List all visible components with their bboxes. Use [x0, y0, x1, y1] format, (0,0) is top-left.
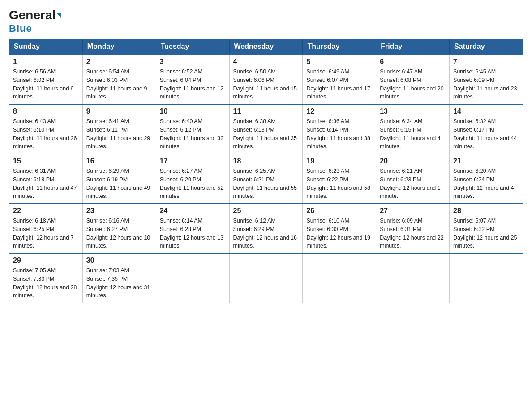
- day-info: Sunrise: 6:40 AMSunset: 6:12 PMDaylight:…: [160, 118, 223, 150]
- day-info: Sunrise: 6:10 AMSunset: 6:30 PMDaylight:…: [306, 218, 370, 249]
- day-info: Sunrise: 6:20 AMSunset: 6:24 PMDaylight:…: [453, 168, 514, 199]
- calendar-cell: 22 Sunrise: 6:18 AMSunset: 6:25 PMDaylig…: [9, 204, 83, 253]
- day-number: 28: [453, 207, 519, 215]
- calendar-cell: 16 Sunrise: 6:29 AMSunset: 6:19 PMDaylig…: [82, 154, 156, 204]
- day-info: Sunrise: 6:49 AMSunset: 6:07 PMDaylight:…: [306, 68, 370, 100]
- day-info: Sunrise: 6:38 AMSunset: 6:13 PMDaylight:…: [233, 118, 297, 150]
- day-info: Sunrise: 6:31 AMSunset: 6:18 PMDaylight:…: [13, 168, 77, 199]
- day-header-thursday: Thursday: [303, 39, 376, 55]
- calendar-cell: 25 Sunrise: 6:12 AMSunset: 6:29 PMDaylig…: [229, 204, 303, 253]
- logo-text: GeneralBlue: [9, 9, 61, 34]
- calendar-cell: 27 Sunrise: 6:09 AMSunset: 6:31 PMDaylig…: [376, 204, 450, 253]
- day-number: 16: [86, 157, 152, 165]
- day-number: 6: [380, 58, 446, 66]
- day-number: 19: [306, 157, 372, 165]
- calendar-cell: 23 Sunrise: 6:16 AMSunset: 6:27 PMDaylig…: [82, 204, 156, 253]
- day-number: 9: [86, 107, 152, 116]
- day-info: Sunrise: 6:29 AMSunset: 6:19 PMDaylight:…: [86, 168, 150, 199]
- day-info: Sunrise: 6:12 AMSunset: 6:29 PMDaylight:…: [233, 218, 297, 249]
- day-info: Sunrise: 6:43 AMSunset: 6:10 PMDaylight:…: [13, 118, 77, 150]
- day-info: Sunrise: 6:27 AMSunset: 6:20 PMDaylight:…: [160, 168, 223, 199]
- day-number: 7: [453, 58, 519, 66]
- calendar-cell: 9 Sunrise: 6:41 AMSunset: 6:11 PMDayligh…: [82, 104, 156, 154]
- day-number: 30: [86, 257, 152, 265]
- day-info: Sunrise: 6:32 AMSunset: 6:17 PMDaylight:…: [453, 118, 517, 150]
- day-number: 8: [13, 107, 79, 116]
- day-number: 27: [380, 207, 446, 215]
- day-number: 26: [306, 207, 372, 215]
- day-info: Sunrise: 6:56 AMSunset: 6:02 PMDaylight:…: [13, 68, 74, 100]
- calendar-cell: 7 Sunrise: 6:45 AMSunset: 6:09 PMDayligh…: [450, 55, 523, 104]
- day-number: 20: [380, 157, 446, 165]
- day-info: Sunrise: 6:25 AMSunset: 6:21 PMDaylight:…: [233, 168, 297, 199]
- day-info: Sunrise: 6:16 AMSunset: 6:27 PMDaylight:…: [86, 218, 150, 249]
- day-number: 11: [233, 107, 299, 116]
- day-number: 25: [233, 207, 299, 215]
- day-number: 10: [160, 107, 226, 116]
- calendar-cell: 21 Sunrise: 6:20 AMSunset: 6:24 PMDaylig…: [450, 154, 523, 204]
- day-number: 22: [13, 207, 79, 215]
- day-info: Sunrise: 6:14 AMSunset: 6:28 PMDaylight:…: [160, 218, 223, 249]
- calendar-cell: 19 Sunrise: 6:23 AMSunset: 6:22 PMDaylig…: [303, 154, 376, 204]
- day-info: Sunrise: 6:50 AMSunset: 6:06 PMDaylight:…: [233, 68, 297, 100]
- calendar-cell: 6 Sunrise: 6:47 AMSunset: 6:08 PMDayligh…: [376, 55, 450, 104]
- calendar-cell: 1 Sunrise: 6:56 AMSunset: 6:02 PMDayligh…: [9, 55, 83, 104]
- day-number: 3: [160, 58, 226, 66]
- day-info: Sunrise: 6:47 AMSunset: 6:08 PMDaylight:…: [380, 68, 443, 100]
- calendar-cell: 20 Sunrise: 6:21 AMSunset: 6:23 PMDaylig…: [376, 154, 450, 204]
- day-header-friday: Friday: [376, 39, 450, 55]
- day-number: 29: [13, 257, 79, 265]
- calendar-cell: 28 Sunrise: 6:07 AMSunset: 6:32 PMDaylig…: [450, 204, 523, 253]
- day-header-monday: Monday: [82, 39, 156, 55]
- calendar-cell: 8 Sunrise: 6:43 AMSunset: 6:10 PMDayligh…: [9, 104, 83, 154]
- calendar-cell: [376, 253, 450, 303]
- day-number: 21: [453, 157, 519, 165]
- calendar-cell: 11 Sunrise: 6:38 AMSunset: 6:13 PMDaylig…: [229, 104, 303, 154]
- calendar-cell: 14 Sunrise: 6:32 AMSunset: 6:17 PMDaylig…: [450, 104, 523, 154]
- day-info: Sunrise: 6:34 AMSunset: 6:15 PMDaylight:…: [380, 118, 443, 150]
- day-number: 2: [86, 58, 152, 66]
- calendar-cell: 5 Sunrise: 6:49 AMSunset: 6:07 PMDayligh…: [303, 55, 376, 104]
- calendar-cell: 13 Sunrise: 6:34 AMSunset: 6:15 PMDaylig…: [376, 104, 450, 154]
- day-number: 15: [13, 157, 79, 165]
- day-info: Sunrise: 6:07 AMSunset: 6:32 PMDaylight:…: [453, 218, 517, 249]
- day-header-tuesday: Tuesday: [156, 39, 229, 55]
- day-number: 12: [306, 107, 372, 116]
- calendar-table: SundayMondayTuesdayWednesdayThursdayFrid…: [9, 39, 523, 303]
- calendar-cell: 3 Sunrise: 6:52 AMSunset: 6:04 PMDayligh…: [156, 55, 229, 104]
- calendar-cell: [303, 253, 376, 303]
- day-header-saturday: Saturday: [450, 39, 523, 55]
- day-info: Sunrise: 6:41 AMSunset: 6:11 PMDaylight:…: [86, 118, 150, 150]
- day-header-sunday: Sunday: [9, 39, 83, 55]
- calendar-cell: 18 Sunrise: 6:25 AMSunset: 6:21 PMDaylig…: [229, 154, 303, 204]
- day-number: 24: [160, 207, 226, 215]
- calendar-cell: 30 Sunrise: 7:03 AMSunset: 7:35 PMDaylig…: [82, 253, 156, 303]
- day-info: Sunrise: 6:52 AMSunset: 6:04 PMDaylight:…: [160, 68, 223, 100]
- day-info: Sunrise: 7:03 AMSunset: 7:35 PMDaylight:…: [86, 267, 150, 299]
- day-info: Sunrise: 6:21 AMSunset: 6:23 PMDaylight:…: [380, 168, 441, 199]
- day-number: 1: [13, 58, 79, 66]
- calendar-cell: 29 Sunrise: 7:05 AMSunset: 7:33 PMDaylig…: [9, 253, 83, 303]
- day-header-wednesday: Wednesday: [229, 39, 303, 55]
- calendar-cell: 15 Sunrise: 6:31 AMSunset: 6:18 PMDaylig…: [9, 154, 83, 204]
- day-info: Sunrise: 6:09 AMSunset: 6:31 PMDaylight:…: [380, 218, 443, 249]
- day-info: Sunrise: 6:18 AMSunset: 6:25 PMDaylight:…: [13, 218, 74, 249]
- day-number: 13: [380, 107, 446, 116]
- day-info: Sunrise: 6:36 AMSunset: 6:14 PMDaylight:…: [306, 118, 370, 150]
- day-number: 17: [160, 157, 226, 165]
- calendar-cell: 24 Sunrise: 6:14 AMSunset: 6:28 PMDaylig…: [156, 204, 229, 253]
- logo: GeneralBlue: [9, 9, 61, 34]
- calendar-cell: [229, 253, 303, 303]
- day-number: 4: [233, 58, 299, 66]
- day-info: Sunrise: 6:23 AMSunset: 6:22 PMDaylight:…: [306, 168, 370, 199]
- calendar-cell: 26 Sunrise: 6:10 AMSunset: 6:30 PMDaylig…: [303, 204, 376, 253]
- day-info: Sunrise: 7:05 AMSunset: 7:33 PMDaylight:…: [13, 267, 77, 299]
- day-info: Sunrise: 6:45 AMSunset: 6:09 PMDaylight:…: [453, 68, 517, 100]
- day-number: 23: [86, 207, 152, 215]
- calendar-cell: 4 Sunrise: 6:50 AMSunset: 6:06 PMDayligh…: [229, 55, 303, 104]
- calendar-cell: 10 Sunrise: 6:40 AMSunset: 6:12 PMDaylig…: [156, 104, 229, 154]
- calendar-cell: 17 Sunrise: 6:27 AMSunset: 6:20 PMDaylig…: [156, 154, 229, 204]
- calendar-cell: 2 Sunrise: 6:54 AMSunset: 6:03 PMDayligh…: [82, 55, 156, 104]
- day-number: 5: [306, 58, 372, 66]
- page-header: GeneralBlue: [9, 9, 523, 34]
